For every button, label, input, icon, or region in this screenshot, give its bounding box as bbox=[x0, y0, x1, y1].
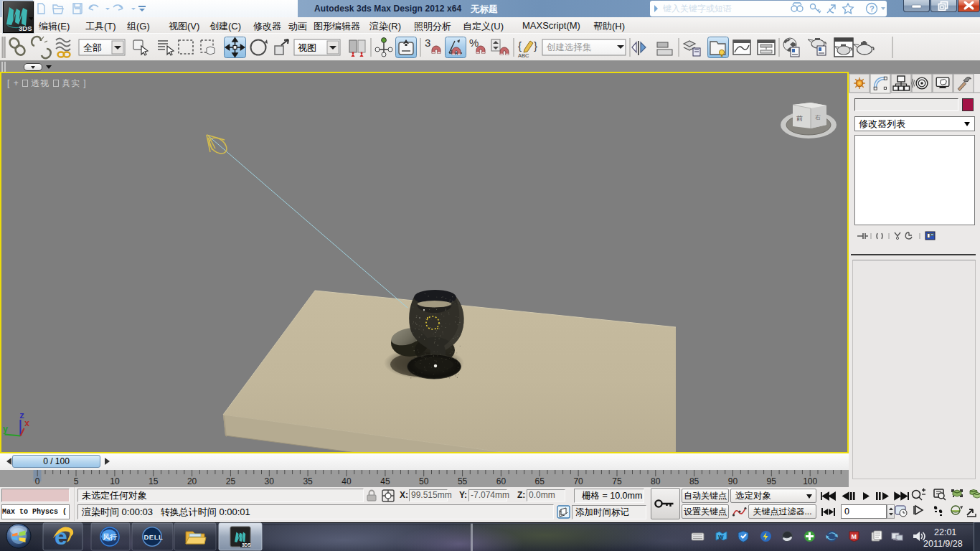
svg-text:视图: 视图 bbox=[298, 42, 316, 53]
svg-text:创建选择集: 创建选择集 bbox=[546, 42, 592, 52]
svg-text:10: 10 bbox=[110, 476, 120, 486]
svg-text:2011/9/28: 2011/9/28 bbox=[923, 539, 963, 549]
svg-text:M: M bbox=[852, 533, 857, 540]
svg-text:全部: 全部 bbox=[83, 42, 102, 53]
svg-text:50: 50 bbox=[419, 476, 429, 486]
svg-text:0: 0 bbox=[35, 476, 40, 486]
svg-text:右: 右 bbox=[815, 114, 821, 121]
svg-text:键入关键字或短语: 键入关键字或短语 bbox=[663, 4, 732, 14]
svg-text:55: 55 bbox=[458, 476, 468, 486]
svg-text:{: { bbox=[518, 39, 522, 52]
svg-text:40: 40 bbox=[341, 476, 352, 486]
svg-text:35: 35 bbox=[303, 476, 313, 486]
svg-text:前: 前 bbox=[796, 115, 803, 122]
svg-text:3: 3 bbox=[425, 37, 430, 49]
svg-text:DELL: DELL bbox=[144, 533, 164, 541]
svg-text:5: 5 bbox=[74, 476, 79, 486]
svg-text:60: 60 bbox=[496, 476, 507, 486]
svg-text:ABC: ABC bbox=[518, 52, 529, 59]
svg-text:W: W bbox=[718, 534, 724, 540]
svg-text:?: ? bbox=[870, 4, 875, 13]
svg-text:90: 90 bbox=[728, 476, 738, 486]
svg-text:风行: 风行 bbox=[102, 533, 118, 541]
svg-text:25: 25 bbox=[226, 476, 236, 486]
svg-text:3DS: 3DS bbox=[242, 542, 251, 547]
svg-text:y: y bbox=[3, 425, 8, 435]
svg-text:85: 85 bbox=[689, 476, 699, 486]
svg-text:3DS: 3DS bbox=[19, 24, 32, 32]
svg-text:}: } bbox=[534, 39, 537, 52]
svg-text:x: x bbox=[24, 419, 29, 429]
svg-text:100: 100 bbox=[803, 476, 817, 486]
svg-text:75: 75 bbox=[612, 476, 622, 486]
svg-text:%: % bbox=[469, 37, 479, 49]
svg-text:65: 65 bbox=[535, 476, 545, 486]
svg-text:70: 70 bbox=[573, 476, 583, 486]
svg-text:95: 95 bbox=[767, 476, 777, 486]
svg-text:15: 15 bbox=[149, 476, 159, 486]
svg-text:22:01: 22:01 bbox=[934, 527, 956, 537]
svg-text:30: 30 bbox=[265, 476, 275, 486]
svg-text:80: 80 bbox=[651, 476, 661, 486]
svg-text:45: 45 bbox=[380, 476, 390, 486]
svg-text:20: 20 bbox=[187, 476, 197, 486]
